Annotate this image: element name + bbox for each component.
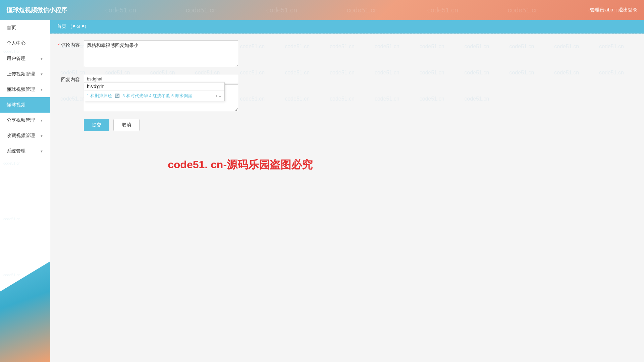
autocomplete-input-row [84,82,224,91]
main-content: 首页 （♥ ω ♥） code51.cncode51.cncode51.cn c… [50,20,644,362]
chevron-down-icon: ▼ [40,57,43,61]
breadcrumb-icons: （♥ ω ♥） [68,23,89,29]
sidebar-item-label: 首页 [7,25,16,31]
layout: code51.cncode51.cncode51.cn code51.cncod… [0,20,644,362]
suggestion-icon: 🔄 [115,94,120,98]
sidebar-decoration [0,261,50,362]
reply-label: 回复内容 [57,75,84,83]
button-row: 提交 取消 [84,119,637,131]
admin-label: 管理员 abo [590,7,613,13]
logout-link[interactable]: 退出登录 [619,7,637,13]
sidebar-item-collect-video[interactable]: 收藏视频管理 ▼ [0,128,50,143]
cancel-button[interactable]: 取消 [113,119,140,131]
promo-text: code51. cn-源码乐园盗图必究 [168,158,313,172]
comment-label: * 评论内容 [57,40,84,48]
chevron-down-icon: ▼ [40,119,43,122]
suggestion-4[interactable]: 4 红烧冬瓜 [149,93,170,99]
chevron-down-icon: ▼ [40,149,43,153]
required-mark: * [58,42,60,48]
autocomplete-dropdown: 1 和删掉归还 🔄 3 和时代光华 4 红烧冬瓜 5 [84,82,225,101]
sidebar-item-home[interactable]: 首页 [0,20,50,36]
autocomplete-suggestions: 1 和删掉归还 🔄 3 和时代光华 4 红烧冬瓜 5 [84,91,224,101]
suggestion-5[interactable]: 5 海水倒灌 [171,93,192,99]
suggestion-1[interactable]: 1 和删掉归还 [87,93,112,99]
sidebar-item-share-video[interactable]: 分享视频管理 ▼ [0,113,50,128]
autocomplete-input[interactable] [87,84,222,89]
chevron-down-icon: ▼ [40,134,43,138]
reply-container: bsdghal 1 和删掉归还 🔄 [84,75,238,112]
dropdown-toggle-icon[interactable]: › ⌄ [216,94,222,98]
sidebar-item-dongqiu-video[interactable]: 懂球视频 [0,97,50,113]
comment-control: 风格和幸福感回复如果小 [84,40,238,68]
header-watermark: code51.cncode51.cncode51.cn code51.cncod… [0,0,644,20]
comment-row: * 评论内容 风格和幸福感回复如果小 [57,40,637,68]
sidebar-item-upload-video[interactable]: 上传视频管理 ▼ [0,66,50,82]
sidebar-item-sys-mgmt[interactable]: 系统管理 ▼ [0,143,50,159]
sidebar-item-label: 上传视频管理 [7,71,35,77]
header: code51.cncode51.cncode51.cn code51.cncod… [0,0,644,20]
sidebar-item-label: 收藏视频管理 [7,133,35,139]
sidebar-item-label: 个人中心 [7,40,25,46]
sidebar-item-dongqiu-video-mgmt[interactable]: 懂球视频管理 ▼ [0,82,50,97]
suggestion-3[interactable]: 3 和时代光华 [122,93,148,99]
reply-control: bsdghal 1 和删掉归还 🔄 [84,75,238,112]
comment-input[interactable]: 风格和幸福感回复如果小 [84,40,238,67]
sidebar-item-label: 分享视频管理 [7,117,35,123]
header-user-area: 管理员 abo 退出登录 [590,7,637,13]
submit-button[interactable]: 提交 [84,119,109,131]
chevron-down-icon: ▼ [40,88,43,92]
reply-row: 回复内容 bsdghal 1 和删掉归还 [57,75,637,112]
sidebar-item-label: 懂球视频 [7,102,25,108]
sidebar-item-label: 懂球视频管理 [7,86,35,93]
app-title: 懂球短视频微信小程序 [7,6,67,14]
sidebar-item-user-mgmt[interactable]: 用户管理 ▼ [0,51,50,66]
breadcrumb-home[interactable]: 首页 [57,23,68,29]
sidebar: code51.cncode51.cncode51.cn code51.cncod… [0,20,50,362]
content-area: code51.cncode51.cncode51.cn code51.cncod… [50,34,644,138]
chevron-down-icon: ▼ [40,72,43,76]
sidebar-item-label: 系统管理 [7,148,25,154]
breadcrumb-bar: 首页 （♥ ω ♥） [50,20,644,34]
sidebar-item-label: 用户管理 [7,56,25,62]
sidebar-item-personal[interactable]: 个人中心 [0,36,50,51]
